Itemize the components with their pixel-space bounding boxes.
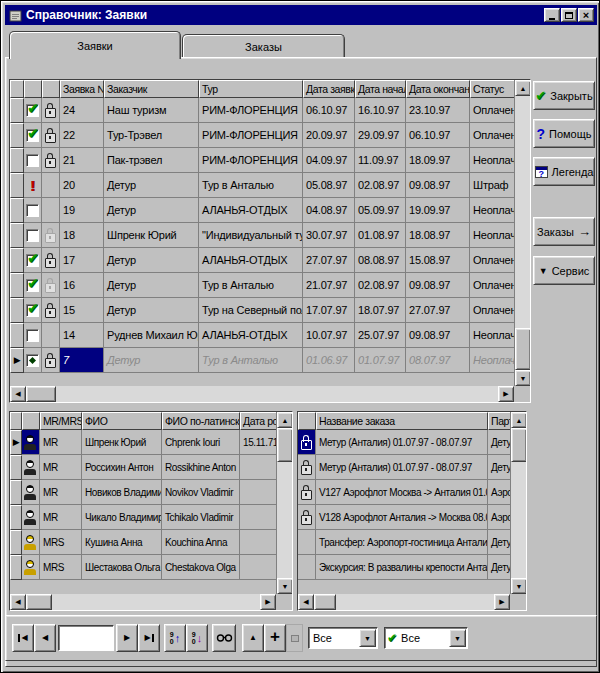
partner-cell[interactable]: Детур <box>488 555 510 580</box>
request-date-cell[interactable]: 27.07.97 <box>303 248 355 273</box>
table-row[interactable]: MRНовиков ВладимирNovikov Vladimir <box>10 480 276 505</box>
column-header[interactable]: Дата заявки <box>303 80 355 98</box>
tour-cell[interactable]: РИМ-ФЛОРЕНЦИЯ <box>199 123 303 148</box>
checkbox[interactable]: ✔ <box>26 304 39 317</box>
request-number[interactable]: 18 <box>60 223 104 248</box>
status-cell[interactable]: Штраф <box>470 173 514 198</box>
sort-descending-button[interactable]: 90↓ <box>186 624 208 652</box>
row-selector[interactable] <box>10 223 24 248</box>
tab-requests[interactable]: Заявки <box>9 31 181 59</box>
request-number[interactable]: 17 <box>60 248 104 273</box>
sort-ascending-button[interactable]: 90↑ <box>164 624 186 652</box>
scroll-right-icon[interactable]: ▶ <box>494 594 510 610</box>
customer-cell[interactable]: Тур-Трэвел <box>104 123 199 148</box>
table-row[interactable]: MRРоссихин АнтонRossikhine Anton <box>10 455 276 480</box>
filter-all-combobox[interactable]: Все ▼ <box>308 627 378 649</box>
row-selector[interactable] <box>10 98 24 123</box>
tour-cell[interactable]: РИМ-ФЛОРЕНЦИЯ <box>199 98 303 123</box>
column-header[interactable] <box>24 80 42 98</box>
table-row[interactable]: 18Шпренк Юрий"Индивидуальный туризм30.07… <box>10 223 514 248</box>
column-header[interactable]: Дата рождения <box>240 412 276 430</box>
table-row[interactable]: ✔16ДетурТур в Анталью21.07.9702.08.9709.… <box>10 273 514 298</box>
row-selector[interactable]: ▶ <box>10 348 24 373</box>
request-date-cell[interactable]: 30.07.97 <box>303 223 355 248</box>
tour-cell[interactable]: АЛАНЬЯ-ОТДЫХ <box>199 198 303 223</box>
tour-cell[interactable]: АЛАНЬЯ-ОТДЫХ <box>199 323 303 348</box>
column-header[interactable]: Тур <box>199 80 303 98</box>
start-date-cell[interactable]: 11.09.97 <box>355 148 406 173</box>
column-header[interactable] <box>10 80 24 98</box>
title-cell[interactable]: MR <box>40 505 82 530</box>
status-cell[interactable]: Оплачена <box>470 98 514 123</box>
scroll-right-icon[interactable]: ▶ <box>260 594 276 610</box>
latin-name-cell[interactable]: Tchikalo Vladimir <box>162 505 240 530</box>
row-selector[interactable]: ▶ <box>10 430 22 455</box>
tour-cell[interactable]: РИМ-ФЛОРЕНЦИЯ <box>199 148 303 173</box>
checkbox[interactable] <box>26 154 39 167</box>
status-cell[interactable]: Неоплачена <box>470 323 514 348</box>
row-selector[interactable] <box>10 323 24 348</box>
column-header[interactable] <box>42 80 60 98</box>
table-row[interactable]: 19ДетурАЛАНЬЯ-ОТДЫХ04.08.9705.09.9719.09… <box>10 198 514 223</box>
chevron-down-icon[interactable]: ▼ <box>359 629 376 647</box>
customer-cell[interactable]: Детур <box>104 273 199 298</box>
partner-cell[interactable]: Детур <box>488 530 510 555</box>
birth-date-cell[interactable]: 15.11.71 <box>240 430 276 455</box>
checkbox[interactable] <box>26 354 39 367</box>
up-button[interactable]: ▲ <box>242 624 264 652</box>
latin-name-cell[interactable]: Chprenk Iouri <box>162 430 240 455</box>
request-number[interactable]: 21 <box>60 148 104 173</box>
column-header[interactable]: ФИО <box>82 412 162 430</box>
request-date-cell[interactable]: 01.06.97 <box>303 348 355 373</box>
row-selector[interactable] <box>10 248 24 273</box>
end-date-cell[interactable]: 06.10.97 <box>406 123 470 148</box>
scroll-thumb[interactable] <box>277 428 292 462</box>
order-name-cell[interactable]: Трансфер: Аэропорт-гостиница Анталия 01.… <box>316 530 488 555</box>
partner-cell[interactable]: Детур <box>488 430 510 455</box>
latin-name-cell[interactable]: Novikov Vladimir <box>162 480 240 505</box>
customer-cell[interactable]: Шпренк Юрий <box>104 223 199 248</box>
row-selector[interactable] <box>10 173 24 198</box>
request-date-cell[interactable]: 04.08.97 <box>303 198 355 223</box>
birth-date-cell[interactable] <box>240 480 276 505</box>
table-row[interactable]: 21Пак-трэвелРИМ-ФЛОРЕНЦИЯ04.09.9711.09.9… <box>10 148 514 173</box>
close-button[interactable]: × <box>578 8 594 22</box>
table-row[interactable]: Метур (Анталия) 01.07.97 - 08.07.97Детур <box>298 430 510 455</box>
tour-cell[interactable]: АЛАНЬЯ-ОТДЫХ <box>199 248 303 273</box>
table-row[interactable]: V127 Аэрофлот Москва -> Анталия 01.07.97… <box>298 480 510 505</box>
order-name-cell[interactable]: V127 Аэрофлот Москва -> Анталия 01.07.97 <box>316 480 488 505</box>
start-date-cell[interactable]: 02.08.97 <box>355 173 406 198</box>
checkbox[interactable]: ✔ <box>26 129 39 142</box>
table-row[interactable]: ✔17ДетурАЛАНЬЯ-ОТДЫХ27.07.9708.08.9715.0… <box>10 248 514 273</box>
table-row[interactable]: ✔24Наш туризмРИМ-ФЛОРЕНЦИЯ06.10.9716.10.… <box>10 98 514 123</box>
scroll-right-icon[interactable]: ▶ <box>498 386 514 402</box>
end-date-cell[interactable]: 18.08.97 <box>406 223 470 248</box>
help-button[interactable]: ? Помощь <box>533 119 595 148</box>
table-row[interactable]: Трансфер: Аэропорт-гостиница Анталия 01.… <box>298 530 510 555</box>
request-number[interactable]: 7 <box>60 348 104 373</box>
column-header[interactable] <box>10 412 22 430</box>
column-header[interactable]: ФИО по-латински <box>162 412 240 430</box>
end-date-cell[interactable]: 23.10.97 <box>406 98 470 123</box>
end-date-cell[interactable]: 19.09.97 <box>406 198 470 223</box>
customer-cell[interactable]: Детур <box>104 198 199 223</box>
last-record-button[interactable]: ▶ <box>138 624 160 652</box>
first-record-button[interactable]: ◀ <box>12 624 34 652</box>
checkbox[interactable]: ✔ <box>26 254 39 267</box>
table-row[interactable]: MRЧикало ВладимирTchikalo Vladimir <box>10 505 276 530</box>
request-number[interactable]: 19 <box>60 198 104 223</box>
column-header[interactable]: Заказчик <box>104 80 199 98</box>
scroll-up-icon[interactable]: ▲ <box>515 80 530 96</box>
scroll-thumb[interactable] <box>511 428 526 462</box>
tab-orders[interactable]: Заказы <box>182 34 345 59</box>
column-header[interactable]: Название заказа <box>316 412 488 430</box>
start-date-cell[interactable]: 01.07.97 <box>355 348 406 373</box>
customer-cell[interactable]: Детур <box>104 348 199 373</box>
confirm-checkbox-cell[interactable] <box>24 198 42 223</box>
scroll-left-icon[interactable]: ◀ <box>10 594 26 610</box>
add-button[interactable]: + <box>264 624 286 652</box>
start-date-cell[interactable]: 16.10.97 <box>355 98 406 123</box>
tour-cell[interactable]: Тур в Анталью <box>199 273 303 298</box>
status-cell[interactable]: Неоплачена <box>470 198 514 223</box>
next-record-button[interactable]: ▶ <box>116 624 138 652</box>
